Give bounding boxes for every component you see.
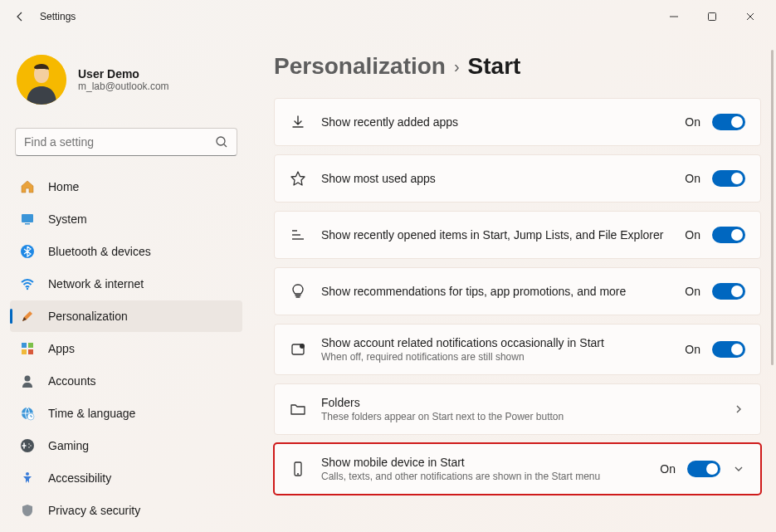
svg-line-4 — [224, 144, 227, 147]
user-profile[interactable]: User Demo m_lab@outlook.com — [10, 37, 242, 123]
nav-label: Accessibility — [48, 471, 111, 485]
nav-time[interactable]: Time & language — [10, 398, 242, 429]
nav-label: Gaming — [48, 439, 89, 452]
setting-title: Show most used apps — [321, 172, 670, 185]
window-title: Settings — [40, 11, 76, 22]
toggle-state: On — [685, 343, 700, 356]
apps-icon — [20, 341, 35, 356]
star-icon — [290, 170, 306, 187]
home-icon — [20, 179, 35, 194]
toggle-state: On — [685, 228, 700, 242]
search-icon — [215, 135, 228, 149]
setting-title: Show recently opened items in Start, Jum… — [321, 228, 670, 242]
nav-privacy[interactable]: Privacy & security — [10, 495, 242, 526]
nav-label: Network & internet — [48, 277, 144, 290]
nav-label: Privacy & security — [48, 504, 140, 517]
breadcrumb-current: Start — [468, 53, 521, 80]
setting-row[interactable]: Show account related notifications occas… — [274, 324, 761, 375]
nav-accounts[interactable]: Accounts — [10, 365, 242, 397]
bulb-icon — [290, 283, 306, 300]
toggle-switch[interactable] — [712, 227, 745, 243]
nav-bluetooth[interactable]: Bluetooth & devices — [10, 236, 242, 267]
shield-icon — [20, 503, 35, 518]
toggle-switch[interactable] — [687, 461, 720, 477]
nav-label: Accounts — [48, 374, 96, 388]
nav-label: Home — [48, 180, 79, 193]
back-button[interactable] — [7, 3, 33, 30]
gaming-icon — [20, 438, 35, 453]
nav-label: Time & language — [48, 407, 135, 420]
setting-row[interactable]: Show recommendations for tips, app promo… — [274, 267, 761, 315]
nav-label: Apps — [48, 342, 75, 355]
user-email: m_lab@outlook.com — [78, 81, 169, 92]
toggle-state: On — [685, 285, 700, 298]
svg-rect-12 — [28, 349, 33, 354]
setting-description: Calls, texts, and other notifications ar… — [321, 471, 645, 482]
close-button[interactable] — [731, 3, 769, 30]
setting-row[interactable]: FoldersThese folders appear on Start nex… — [274, 383, 761, 435]
chevron-right-icon — [732, 403, 745, 416]
toggle-state: On — [685, 115, 700, 129]
scrollbar[interactable] — [769, 50, 774, 527]
search-box[interactable] — [15, 128, 237, 156]
svg-rect-10 — [28, 343, 33, 348]
nav-accessibility[interactable]: Accessibility — [10, 462, 242, 494]
setting-title: Show recently added apps — [321, 115, 670, 129]
svg-rect-1 — [709, 13, 716, 21]
download-icon — [290, 114, 306, 130]
breadcrumb-parent[interactable]: Personalization — [274, 53, 446, 80]
minimize-button[interactable] — [655, 3, 693, 30]
svg-point-17 — [26, 472, 29, 476]
wifi-icon — [20, 276, 35, 291]
maximize-button[interactable] — [693, 3, 731, 30]
setting-title: Show account related notifications occas… — [321, 336, 670, 349]
toggle-switch[interactable] — [712, 170, 745, 187]
toggle-switch[interactable] — [712, 341, 745, 358]
setting-row[interactable]: Show most used appsOn — [274, 154, 761, 203]
badge-icon — [290, 341, 306, 358]
setting-description: When off, required notifications are sti… — [321, 351, 670, 363]
chevron-right-icon: › — [454, 57, 460, 76]
person-icon — [20, 373, 35, 388]
svg-point-13 — [25, 376, 31, 382]
nav-label: Personalization — [48, 310, 128, 323]
system-icon — [20, 212, 35, 227]
nav-home[interactable]: Home — [10, 171, 242, 203]
svg-rect-9 — [22, 343, 27, 348]
setting-row[interactable]: Show recently added appsOn — [274, 98, 761, 146]
setting-row[interactable]: Show mobile device in StartCalls, texts,… — [274, 443, 761, 495]
chevron-down-icon[interactable] — [732, 462, 745, 476]
search-input[interactable] — [24, 135, 215, 149]
toggle-switch[interactable] — [712, 283, 745, 300]
setting-description: These folders appear on Start next to th… — [321, 411, 717, 422]
svg-point-3 — [217, 137, 225, 145]
avatar — [17, 55, 66, 105]
nav-system[interactable]: System — [10, 203, 242, 235]
svg-point-8 — [27, 288, 28, 290]
nav-network[interactable]: Network & internet — [10, 268, 242, 300]
toggle-state: On — [685, 172, 700, 185]
nav-label: System — [48, 212, 87, 226]
setting-title: Show mobile device in Start — [321, 456, 645, 469]
bluetooth-icon — [20, 244, 35, 259]
svg-rect-5 — [22, 214, 33, 222]
scrollbar-thumb[interactable] — [771, 50, 774, 365]
nav-label: Bluetooth & devices — [48, 245, 151, 258]
toggle-switch[interactable] — [712, 114, 745, 130]
nav-apps[interactable]: Apps — [10, 333, 242, 364]
breadcrumb: Personalization › Start — [274, 45, 761, 98]
globe-icon — [20, 406, 35, 421]
brush-icon — [20, 309, 35, 324]
svg-rect-6 — [25, 223, 30, 225]
list-icon — [290, 227, 306, 243]
svg-rect-11 — [22, 349, 27, 354]
toggle-state: On — [660, 462, 676, 476]
setting-title: Folders — [321, 396, 717, 409]
svg-point-22 — [300, 344, 305, 349]
user-name: User Demo — [78, 67, 169, 81]
nav-personalization[interactable]: Personalization — [10, 300, 242, 332]
setting-row[interactable]: Show recently opened items in Start, Jum… — [274, 211, 761, 259]
nav-gaming[interactable]: Gaming — [10, 430, 242, 461]
folder-icon — [290, 401, 306, 417]
setting-title: Show recommendations for tips, app promo… — [321, 285, 670, 298]
